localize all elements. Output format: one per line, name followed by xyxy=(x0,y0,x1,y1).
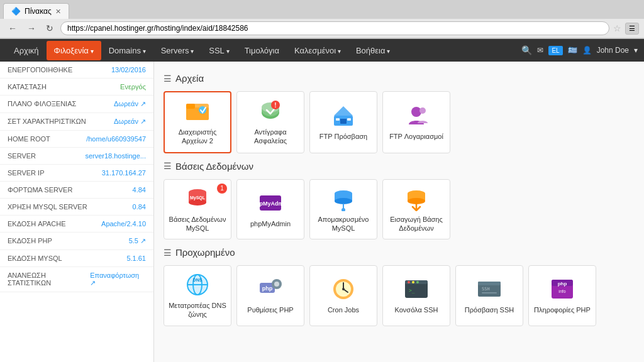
bookmark-icon[interactable]: ☆ xyxy=(613,23,621,33)
sidebar-row-server: SERVER server18.hostinge... xyxy=(0,148,153,165)
svg-text:phpMyAdmin: phpMyAdmin xyxy=(258,200,283,207)
svg-point-15 xyxy=(419,107,426,114)
mysql-usage-value: 0.84 xyxy=(133,203,146,211)
browser-chrome: 🔷 Πίνακας ✕ ← → ↻ ☆ ☰ xyxy=(0,0,644,39)
php-value[interactable]: 5.5 ↗ xyxy=(129,237,146,245)
sidebar-row-homeroot: HOME ROOT /home/u660939547 xyxy=(0,131,153,148)
advanced-grid: DNS Μετατροπέας DNS ζώνης php Ρυθμίσεις … xyxy=(164,265,635,326)
mysql-version-label: ΕΚΔΟΣΗ MYSQL xyxy=(8,255,62,262)
sidebar-row-activated: ΕΝΕΡΓΟΠΟΙΗΘΗΚΕ 13/02/2016 xyxy=(0,62,153,79)
svg-rect-13 xyxy=(347,118,351,121)
ssh-access-label: Πρόσβαση SSH xyxy=(465,305,514,314)
nav-timologia[interactable]: Τιμολόγια xyxy=(237,41,287,60)
plan-value[interactable]: Δωρεάν ↗ xyxy=(114,100,146,108)
svg-point-18 xyxy=(189,199,206,206)
language-selector[interactable]: EL xyxy=(548,46,562,55)
ssh-console-label: Κονσόλα SSH xyxy=(395,305,438,314)
user-dropdown-icon[interactable]: ▾ xyxy=(634,46,638,55)
svg-text:!: ! xyxy=(274,102,276,109)
phpinfo-label: Πληροφορίες PHP xyxy=(534,305,591,314)
sidebar-row-php: ΕΚΔΟΣΗ PHP 5.5 ↗ xyxy=(0,233,153,250)
svg-point-47 xyxy=(416,281,419,283)
phpmyadmin-item[interactable]: phpMyAdmin phpMyAdmin xyxy=(236,179,304,240)
homeroot-value: /home/u660939547 xyxy=(86,135,146,143)
apache-value: Apache/2.4.10 xyxy=(101,220,146,228)
ftp-accounts-item[interactable]: FTP Λογαριασμοί xyxy=(382,91,450,153)
nav-domains[interactable]: Domains xyxy=(101,41,153,60)
php-settings-item[interactable]: php Ρυθμίσεις PHP xyxy=(236,265,304,326)
files-title-text: Αρχεία xyxy=(175,73,204,84)
advanced-section-title: Προχωρημένο xyxy=(164,247,635,260)
remote-mysql-icon xyxy=(331,186,356,211)
forward-button[interactable]: → xyxy=(24,22,39,35)
nav-servers[interactable]: Servers xyxy=(153,41,202,60)
dns-item[interactable]: DNS Μετατροπέας DNS ζώνης xyxy=(164,265,231,326)
svg-text:DNS: DNS xyxy=(193,278,203,282)
server-ip-label: SERVER IP xyxy=(8,169,45,177)
php-settings-icon: php xyxy=(258,277,283,302)
sidebar-row-refresh: ΑΝΑΝΕΩΣΗ ΣΤΑΤΙΣΤΙΚΩΝ Επαναφόρτωση ↗ xyxy=(0,267,153,292)
files-grid: Διαχειριστής Αρχείων 2 ! Αντίγραφα Ασφαλ… xyxy=(164,91,635,153)
ftp-accounts-label: FTP Λογαριασμοί xyxy=(389,132,443,141)
svg-text:MySQL: MySQL xyxy=(190,195,206,200)
top-navigation: Αρχική Φιλοξενία Domains Servers SSL Τιμ… xyxy=(0,39,644,62)
server-ip-value: 31.170.164.27 xyxy=(102,169,146,177)
ftp-accounts-icon xyxy=(404,103,429,128)
dns-icon: DNS xyxy=(185,272,210,297)
search-icon[interactable]: 🔍 xyxy=(516,40,537,60)
dns-label: Μετατροπέας DNS ζώνης xyxy=(167,301,228,319)
svg-rect-12 xyxy=(336,118,340,121)
nav-ssl[interactable]: SSL xyxy=(201,41,236,60)
server-label: SERVER xyxy=(8,152,36,160)
server-value: server18.hostinge... xyxy=(85,152,146,160)
homeroot-label: HOME ROOT xyxy=(8,135,50,143)
backup-label: Αντίγραφα Ασφαλείας xyxy=(240,128,301,146)
ssh-console-icon: >_ xyxy=(404,277,429,302)
sidebar-row-apache: ΕΚΔΟΣΗ APACHE Apache/2.4.10 xyxy=(0,216,153,233)
username-label[interactable]: John Doe xyxy=(597,46,629,55)
file-manager-item[interactable]: Διαχειριστής Αρχείων 2 xyxy=(164,91,231,153)
nav-kalesmenoi[interactable]: Καλεσμένοι xyxy=(287,41,348,60)
activated-value: 13/02/2016 xyxy=(111,66,146,74)
mysql-usage-label: ΧΡΗΣΗ MYSQL SERVER xyxy=(8,203,87,211)
address-input[interactable] xyxy=(60,21,609,35)
ssh-console-item[interactable]: >_ Κονσόλα SSH xyxy=(382,265,450,326)
refresh-button[interactable]: ↻ xyxy=(43,22,57,35)
tab-bar: 🔷 Πίνακας ✕ xyxy=(0,0,644,19)
tab-favicon: 🔷 xyxy=(11,7,21,16)
cron-jobs-label: Cron Jobs xyxy=(328,305,359,314)
svg-text:php: php xyxy=(262,285,273,292)
mysql-label: Βάσεις Δεδομένων MySQL xyxy=(167,215,228,233)
extension-button[interactable]: ☰ xyxy=(625,23,639,35)
mysql-item[interactable]: 1 MySQL Βάσεις Δεδομένων MySQL xyxy=(164,179,231,240)
features-value[interactable]: Δωρεάν ↗ xyxy=(114,118,146,126)
tab-close-button[interactable]: ✕ xyxy=(55,8,61,16)
cron-jobs-item[interactable]: Cron Jobs xyxy=(309,265,377,326)
svg-text:php: php xyxy=(558,281,567,287)
refresh-label: ΑΝΑΝΕΩΣΗ ΣΤΑΤΙΣΤΙΚΩΝ xyxy=(8,272,90,287)
remote-mysql-item[interactable]: Απομακρυσμένο MySQL xyxy=(309,179,377,240)
ftp-item[interactable]: FTP Πρόσβαση xyxy=(309,91,377,153)
main-layout: ΕΝΕΡΓΟΠΟΙΗΘΗΚΕ 13/02/2016 ΚΑΤΑΣΤΑΣΗ Ενερ… xyxy=(0,62,644,362)
ssh-access-item[interactable]: SSH Πρόσβαση SSH xyxy=(455,265,523,326)
svg-text:info: info xyxy=(558,289,565,293)
svg-point-25 xyxy=(341,208,345,211)
import-db-item[interactable]: Εισαγωγή Βάσης Δεδομένων xyxy=(382,179,450,240)
file-manager-label: Διαχειριστής Αρχείων 2 xyxy=(168,128,227,146)
nav-voitheia[interactable]: Βοήθεια xyxy=(348,41,397,60)
back-button[interactable]: ← xyxy=(5,22,20,35)
sidebar-row-load: ΦΟΡΤΩΜΑ SERVER 4.84 xyxy=(0,182,153,199)
backup-item[interactable]: ! Αντίγραφα Ασφαλείας xyxy=(236,91,304,153)
nav-archiki[interactable]: Αρχική xyxy=(6,41,47,60)
status-value: Ενεργός xyxy=(120,83,146,90)
phpinfo-icon: php info xyxy=(550,277,575,302)
svg-point-46 xyxy=(412,281,414,283)
active-tab[interactable]: 🔷 Πίνακας ✕ xyxy=(3,3,69,19)
databases-title-text: Βάσεις Δεδομένων xyxy=(175,161,253,172)
nav-filoxenia[interactable]: Φιλοξενία xyxy=(47,41,101,60)
mail-icon[interactable]: ✉ xyxy=(537,46,543,55)
svg-rect-11 xyxy=(340,119,347,124)
php-settings-label: Ρυθμίσεις PHP xyxy=(247,305,293,314)
refresh-value[interactable]: Επαναφόρτωση ↗ xyxy=(90,272,146,287)
phpinfo-item[interactable]: php info Πληροφορίες PHP xyxy=(528,265,596,326)
